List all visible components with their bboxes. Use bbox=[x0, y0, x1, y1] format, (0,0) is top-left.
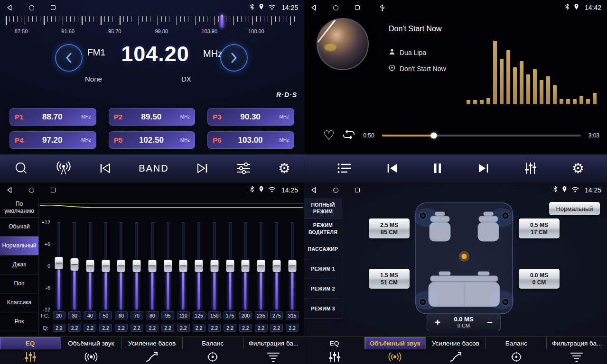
tab-eq[interactable]: EQ bbox=[304, 337, 364, 349]
eq-preset-item-2[interactable]: Нормальный bbox=[0, 237, 38, 255]
slider-knob[interactable] bbox=[179, 260, 187, 272]
tab-bass[interactable]: Усиление басов bbox=[425, 337, 486, 349]
scan-button[interactable] bbox=[13, 161, 28, 176]
pause-button[interactable] bbox=[433, 163, 442, 173]
repeat-button[interactable] bbox=[342, 130, 355, 141]
bass-boost-icon[interactable] bbox=[121, 349, 182, 364]
tab-bass[interactable]: Усиление басов bbox=[121, 337, 182, 349]
surround-icon[interactable] bbox=[365, 349, 426, 364]
slider-knob[interactable] bbox=[117, 260, 125, 272]
eq-band-slider-12[interactable] bbox=[238, 222, 253, 309]
preset-p6[interactable]: P6103.00MHz bbox=[207, 131, 294, 149]
balance-icon[interactable] bbox=[486, 349, 547, 364]
tab-balance[interactable]: Баланс bbox=[182, 337, 243, 349]
slider-knob[interactable] bbox=[164, 260, 172, 272]
slider-knob[interactable] bbox=[148, 260, 156, 272]
bass-boost-icon[interactable] bbox=[425, 349, 486, 364]
slider-knob[interactable] bbox=[71, 258, 79, 271]
delay-decrease-button[interactable]: − bbox=[484, 317, 496, 328]
slider-knob[interactable] bbox=[133, 260, 141, 272]
slider-knob[interactable] bbox=[242, 260, 250, 272]
previous-track-button[interactable] bbox=[386, 163, 399, 173]
home-button[interactable] bbox=[28, 4, 35, 11]
preset-p1[interactable]: P188.70MHz bbox=[9, 108, 96, 126]
recents-button[interactable] bbox=[354, 186, 361, 194]
recents-button[interactable] bbox=[49, 186, 57, 194]
band-button[interactable]: BAND bbox=[139, 163, 169, 174]
eq-preset-item-3[interactable]: Джаз bbox=[0, 255, 38, 274]
slider-knob[interactable] bbox=[195, 260, 203, 272]
tune-up-button[interactable] bbox=[221, 45, 247, 71]
eq-band-slider-11[interactable] bbox=[222, 222, 238, 309]
slider-knob[interactable] bbox=[257, 260, 265, 272]
eq-band-slider-5[interactable] bbox=[129, 222, 145, 309]
frequency-scale-indicator[interactable] bbox=[221, 15, 223, 27]
surround-icon[interactable] bbox=[61, 349, 121, 364]
slider-knob[interactable] bbox=[226, 260, 234, 272]
eq-band-slider-3[interactable] bbox=[98, 222, 113, 309]
slider-knob[interactable] bbox=[288, 260, 296, 272]
slider-knob[interactable] bbox=[86, 260, 94, 272]
delay-rear-left-button[interactable]: 1.5 MS 51 CM bbox=[369, 269, 410, 289]
eq-band-slider-2[interactable] bbox=[83, 222, 98, 309]
previous-station-button[interactable] bbox=[99, 163, 112, 173]
mode-item-5[interactable]: РЕЖИМ 3 bbox=[304, 299, 342, 319]
delay-increase-button[interactable]: + bbox=[431, 317, 444, 328]
preset-p2[interactable]: P289.50MHz bbox=[109, 108, 196, 126]
eq-band-slider-1[interactable] bbox=[67, 222, 83, 309]
mode-item-4[interactable]: РЕЖИМ 2 bbox=[304, 279, 342, 299]
eq-preset-item-0[interactable]: По умолчанию bbox=[0, 198, 38, 218]
filter-icon[interactable] bbox=[546, 349, 607, 364]
back-button[interactable] bbox=[310, 186, 318, 194]
audio-settings-button[interactable] bbox=[236, 162, 251, 174]
slider-knob[interactable] bbox=[55, 257, 63, 269]
seek-bar[interactable] bbox=[382, 135, 581, 136]
mode-item-2[interactable]: ПАССАЖИР bbox=[304, 239, 342, 259]
next-station-button[interactable] bbox=[196, 163, 208, 173]
preset-p4[interactable]: P497.20MHz bbox=[9, 131, 96, 149]
settings-button[interactable]: ⚙ bbox=[278, 162, 290, 175]
eq-icon[interactable] bbox=[304, 349, 365, 364]
frequency-scale[interactable]: 87.5091.6095.7099.80103.90108.00 bbox=[6, 16, 298, 39]
tab-surround[interactable]: Объёмный звук bbox=[364, 337, 425, 349]
delay-front-left-button[interactable]: 2.5 MS 85 CM bbox=[369, 218, 410, 238]
playlist-button[interactable] bbox=[337, 163, 352, 173]
mode-item-0[interactable]: ПОЛНЫЙ РЕЖИМ bbox=[304, 198, 342, 218]
home-button[interactable] bbox=[332, 186, 339, 194]
eq-preset-item-5[interactable]: Классика bbox=[0, 293, 38, 312]
eq-band-slider-15[interactable] bbox=[284, 222, 300, 309]
next-track-button[interactable] bbox=[477, 163, 489, 173]
mode-item-3[interactable]: РЕЖИМ 1 bbox=[304, 259, 342, 279]
eq-band-slider-9[interactable] bbox=[191, 222, 207, 309]
tab-filter[interactable]: Фильтрация ба... bbox=[243, 337, 304, 349]
mode-item-1[interactable]: РЕЖИМ ВОДИТЕЛЯ bbox=[304, 218, 342, 239]
back-button[interactable] bbox=[6, 4, 13, 11]
delay-rear-right-button[interactable]: 0.0 MS 0 CM bbox=[519, 269, 560, 289]
home-button[interactable] bbox=[28, 186, 35, 194]
slider-knob[interactable] bbox=[102, 260, 110, 272]
eq-band-slider-6[interactable] bbox=[145, 222, 160, 309]
delay-front-right-button[interactable]: 0.5 MS 17 CM bbox=[519, 218, 560, 238]
recents-button[interactable] bbox=[354, 4, 361, 11]
mixer-button[interactable] bbox=[524, 162, 537, 175]
eq-band-slider-0[interactable] bbox=[51, 222, 67, 309]
eq-band-slider-13[interactable] bbox=[253, 222, 269, 309]
preset-p3[interactable]: P390.30MHz bbox=[207, 108, 294, 126]
settings-button[interactable]: ⚙ bbox=[572, 162, 584, 175]
recents-button[interactable] bbox=[49, 4, 57, 11]
eq-band-slider-4[interactable] bbox=[113, 222, 129, 309]
balance-icon[interactable] bbox=[182, 349, 243, 364]
eq-icon[interactable] bbox=[0, 349, 61, 364]
filter-icon[interactable] bbox=[243, 349, 304, 364]
slider-knob[interactable] bbox=[272, 260, 280, 272]
slider-knob[interactable] bbox=[210, 260, 218, 272]
car-cabin-diagram[interactable] bbox=[414, 201, 514, 315]
progress-knob[interactable] bbox=[430, 133, 437, 139]
eq-band-slider-14[interactable] bbox=[269, 222, 285, 309]
tab-filter[interactable]: Фильтрация ба... bbox=[546, 337, 607, 349]
eq-band-slider-7[interactable] bbox=[160, 222, 176, 309]
preset-p5[interactable]: P5102.50MHz bbox=[109, 131, 196, 149]
tab-eq[interactable]: EQ bbox=[0, 337, 60, 349]
broadcast-button[interactable] bbox=[56, 161, 72, 175]
back-button[interactable] bbox=[6, 186, 13, 194]
